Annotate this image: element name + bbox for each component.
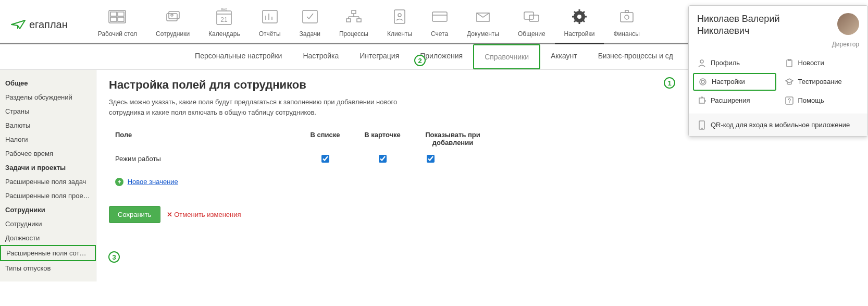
school-icon bbox=[785, 77, 794, 87]
nav-label: Документы bbox=[467, 30, 499, 38]
svg-point-47 bbox=[700, 79, 706, 85]
avatar[interactable] bbox=[837, 13, 859, 35]
svg-rect-26 bbox=[432, 12, 447, 21]
nav-icon bbox=[571, 6, 588, 27]
user-menu-расширения[interactable]: Расширения bbox=[693, 93, 776, 108]
user-menu-label: Расширения bbox=[711, 96, 750, 104]
nav-общение[interactable]: Общение bbox=[509, 6, 555, 43]
svg-point-43 bbox=[700, 60, 703, 63]
svg-point-7 bbox=[171, 14, 173, 16]
sidebar-item[interactable]: Типы отпусков bbox=[0, 261, 96, 275]
subnav-интеграция[interactable]: Интеграция bbox=[349, 44, 410, 69]
mobile-icon bbox=[697, 120, 706, 130]
qr-login[interactable]: QR-код для входа в мобильное приложение bbox=[689, 114, 867, 136]
sidebar-item[interactable]: Расширенные поля сотру… bbox=[0, 245, 96, 261]
svg-rect-12 bbox=[263, 10, 277, 23]
svg-text:?: ? bbox=[788, 98, 791, 104]
svg-rect-28 bbox=[524, 12, 534, 19]
checkbox-incard[interactable] bbox=[379, 155, 387, 163]
nav-icon bbox=[618, 6, 635, 27]
sidebar-group-title: Общее bbox=[0, 76, 96, 90]
nav-icon bbox=[392, 6, 407, 27]
sidebar-item[interactable]: Сотрудники bbox=[0, 217, 96, 231]
clip-icon bbox=[785, 58, 794, 68]
step-badge-1: 1 bbox=[664, 77, 675, 89]
user-menu-профиль[interactable]: Профиль bbox=[693, 55, 776, 71]
nav-настройки[interactable]: Настройки bbox=[555, 6, 604, 44]
user-menu-тестирование[interactable]: Тестирование bbox=[780, 73, 864, 91]
svg-line-38 bbox=[574, 20, 576, 22]
nav-рабочий-стол[interactable]: Рабочий стол bbox=[89, 6, 146, 43]
cancel-button[interactable]: Отменить изменения bbox=[167, 211, 241, 218]
step-badge-3: 3 bbox=[108, 251, 120, 263]
subnav-настройка[interactable]: Настройка bbox=[292, 44, 349, 69]
sidebar-item[interactable]: Валюты bbox=[0, 118, 96, 132]
sidebar-item[interactable]: Разделы обсуждений bbox=[0, 90, 96, 104]
user-menu-помощь[interactable]: ?Помощь bbox=[780, 93, 864, 108]
help-icon: ? bbox=[785, 96, 794, 105]
svg-rect-29 bbox=[529, 15, 539, 21]
subnav-персональные-настройки[interactable]: Персональные настройки bbox=[184, 44, 292, 69]
user-role: Директор bbox=[689, 41, 867, 53]
svg-rect-1 bbox=[110, 12, 117, 16]
checkbox-onadd[interactable] bbox=[427, 155, 435, 163]
svg-text:ЯНВ: ЯНВ bbox=[221, 8, 228, 11]
nav-icon bbox=[475, 6, 491, 27]
sidebar-item[interactable]: Должности bbox=[0, 231, 96, 245]
user-menu-label: Новости bbox=[798, 59, 824, 67]
nav-календарь[interactable]: 21ЯНВКалендарь bbox=[199, 6, 250, 43]
nav-label: Календарь bbox=[208, 30, 240, 38]
puzzle-icon bbox=[697, 96, 706, 105]
nav-label: Финансы bbox=[613, 30, 639, 38]
logo[interactable]: егаплан bbox=[10, 18, 68, 31]
nav-сотрудники[interactable]: Сотрудники bbox=[146, 6, 199, 43]
nav-icon bbox=[345, 6, 362, 27]
sidebar-item[interactable]: Страны bbox=[0, 104, 96, 118]
svg-rect-2 bbox=[118, 12, 124, 16]
nav-icon bbox=[164, 6, 182, 27]
svg-line-36 bbox=[574, 11, 576, 13]
svg-point-41 bbox=[625, 15, 629, 19]
nav-label: Сотрудники bbox=[156, 30, 190, 38]
svg-point-25 bbox=[398, 14, 401, 17]
add-value-link[interactable]: Новое значение bbox=[128, 178, 178, 186]
sidebar-item[interactable]: Налоги bbox=[0, 132, 96, 146]
user-menu-новости[interactable]: Новости bbox=[780, 55, 864, 71]
svg-rect-17 bbox=[352, 10, 356, 14]
svg-rect-21 bbox=[357, 19, 361, 22]
sidebar: ОбщееРазделы обсужденийСтраныВалютыНалог… bbox=[0, 70, 96, 281]
user-menu-label: Помощь bbox=[798, 96, 824, 104]
checkbox-inlist[interactable] bbox=[321, 155, 329, 163]
user-menu-label: Тестирование bbox=[798, 78, 842, 85]
sidebar-item[interactable]: Расширенные поля задач bbox=[0, 175, 96, 189]
save-button[interactable]: Сохранить bbox=[109, 206, 160, 223]
nav-label: Общение bbox=[518, 30, 545, 38]
col-field-header: Поле bbox=[109, 131, 296, 146]
svg-rect-5 bbox=[167, 14, 177, 21]
user-menu-настройки[interactable]: Настройки bbox=[693, 73, 776, 91]
sidebar-item[interactable]: Рабочее время bbox=[0, 146, 96, 161]
nav-счета[interactable]: Счета bbox=[421, 6, 457, 43]
qr-label: QR-код для входа в мобильное приложение bbox=[711, 121, 850, 129]
svg-rect-3 bbox=[110, 17, 117, 21]
table-row: Режим работы bbox=[109, 151, 855, 168]
svg-point-46 bbox=[701, 80, 704, 83]
nav-icon bbox=[523, 6, 540, 27]
svg-point-31 bbox=[577, 15, 581, 19]
subnav-справочники[interactable]: Справочники bbox=[473, 44, 540, 69]
subnav-бизнес-процессы-и-сд[interactable]: Бизнес-процессы и сд bbox=[588, 44, 684, 69]
sidebar-item[interactable]: Расширенные поля проек… bbox=[0, 189, 96, 203]
nav-отчёты[interactable]: Отчёты bbox=[250, 6, 290, 43]
nav-icon bbox=[431, 6, 448, 27]
nav-процессы[interactable]: Процессы bbox=[330, 6, 378, 43]
sidebar-group-title: Задачи и проекты bbox=[0, 161, 96, 175]
nav-документы[interactable]: Документы bbox=[457, 6, 509, 43]
nav-финансы[interactable]: Финансы bbox=[604, 6, 649, 43]
col-inlist-header: В списке bbox=[296, 131, 354, 146]
subnav-аккаунт[interactable]: Аккаунт bbox=[540, 44, 588, 69]
step-badge-2: 2 bbox=[414, 55, 426, 66]
nav-задачи[interactable]: Задачи bbox=[290, 6, 330, 43]
nav-label: Задачи bbox=[300, 30, 320, 38]
nav-label: Настройки bbox=[564, 30, 595, 38]
nav-клиенты[interactable]: Клиенты bbox=[378, 6, 421, 43]
